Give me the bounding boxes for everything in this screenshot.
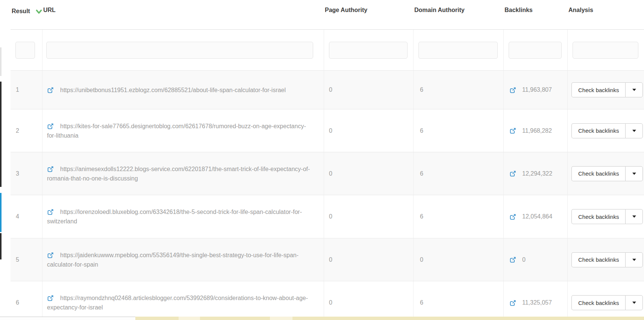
external-link-icon[interactable] xyxy=(509,299,517,306)
backlinks-count: 11,325,057 xyxy=(522,299,552,306)
result-number: 1 xyxy=(11,71,42,109)
result-number: 4 xyxy=(11,195,42,238)
check-backlinks-dropdown-button[interactable] xyxy=(625,123,643,138)
filter-cell-result xyxy=(11,30,42,70)
url-cell: https://lorenzoloedl.bluxeblog.com/63342… xyxy=(42,195,324,238)
column-header-backlinks[interactable]: Backlinks xyxy=(504,0,568,29)
check-backlinks-dropdown-button[interactable] xyxy=(625,166,643,181)
filter-row xyxy=(11,30,644,70)
check-backlinks-dropdown-button[interactable] xyxy=(625,209,643,224)
bottom-strip-white xyxy=(0,317,135,320)
analysis-cell: Check backlinks xyxy=(568,109,644,152)
backlinks-count: 12,294,322 xyxy=(522,170,552,177)
check-backlinks-dropdown-button[interactable] xyxy=(625,252,643,267)
external-link-icon[interactable] xyxy=(47,208,54,215)
column-header-page-authority[interactable]: Page Authority xyxy=(324,0,414,29)
check-backlinks-button: Check backlinks xyxy=(571,82,643,97)
page-edge-artifact-gray xyxy=(0,47,2,76)
external-link-icon[interactable] xyxy=(509,213,517,220)
domain-authority-cell: 6 xyxy=(414,71,504,109)
external-link-icon[interactable] xyxy=(47,252,54,259)
table-header-row: Result URL Page Authority Domain Authori… xyxy=(11,0,644,30)
filter-input-backlinks[interactable] xyxy=(509,42,562,59)
url-cell: https://kites-for-sale77665.designertobl… xyxy=(42,109,324,152)
table-row: 1 https://unibetbonus11951.ezblogz.com/6… xyxy=(11,70,644,109)
check-backlinks-button: Check backlinks xyxy=(571,209,643,224)
backlinks-count: 11,963,807 xyxy=(522,86,552,93)
external-link-icon[interactable] xyxy=(509,86,517,94)
filter-cell-analysis xyxy=(568,30,644,70)
backlinks-cell: 11,963,807 xyxy=(504,71,568,109)
filter-cell-domain-authority xyxy=(414,30,504,70)
analysis-cell: Check backlinks xyxy=(568,195,644,238)
bottom-page-artifact xyxy=(0,317,644,320)
page-authority-cell: 0 xyxy=(324,152,414,195)
chevron-down-icon xyxy=(36,9,42,14)
filter-input-domain-authority[interactable] xyxy=(418,42,498,59)
table-row: 4 https://lorenzoloedl.bluxeblog.com/633… xyxy=(11,195,644,238)
backlinks-cell: 12,294,322 xyxy=(504,152,568,195)
filter-input-page-authority[interactable] xyxy=(329,42,408,59)
external-link-icon[interactable] xyxy=(47,123,54,130)
check-backlinks-main-button[interactable]: Check backlinks xyxy=(571,252,625,267)
check-backlinks-main-button[interactable]: Check backlinks xyxy=(571,209,625,224)
domain-authority-cell: 0 xyxy=(414,238,504,281)
page-authority-cell: 0 xyxy=(324,195,414,238)
check-backlinks-main-button[interactable]: Check backlinks xyxy=(571,166,625,181)
column-header-analysis[interactable]: Analysis xyxy=(568,0,644,29)
external-link-icon[interactable] xyxy=(509,256,517,263)
external-link-icon[interactable] xyxy=(47,86,54,94)
filter-input-analysis[interactable] xyxy=(573,42,638,59)
check-backlinks-button: Check backlinks xyxy=(571,252,643,267)
url-cell: https://animesexdolls12222.blogs-service… xyxy=(42,152,324,195)
page-authority-cell: 0 xyxy=(324,71,414,109)
filter-cell-backlinks xyxy=(504,30,568,70)
check-backlinks-main-button[interactable]: Check backlinks xyxy=(571,123,625,138)
filter-input-url[interactable] xyxy=(46,42,313,59)
domain-authority-cell: 6 xyxy=(414,281,504,320)
check-backlinks-main-button[interactable]: Check backlinks xyxy=(571,295,625,310)
url-text: https://lorenzoloedl.bluxeblog.com/63342… xyxy=(47,209,302,224)
caret-down-icon xyxy=(632,89,636,91)
column-header-result[interactable]: Result xyxy=(11,0,42,16)
results-table: Result URL Page Authority Domain Authori… xyxy=(11,0,644,320)
check-backlinks-dropdown-button[interactable] xyxy=(625,295,643,310)
analysis-cell: Check backlinks xyxy=(568,71,644,109)
backlinks-cell: 0 xyxy=(504,238,568,281)
url-text: https://raymondzhnq02468.articlesblogger… xyxy=(47,295,308,311)
backlinks-cell: 11,968,282 xyxy=(504,109,568,152)
url-text: https://animesexdolls12222.blogs-service… xyxy=(47,166,310,182)
bottom-strip-highlight-gap xyxy=(270,317,292,320)
column-header-url[interactable]: URL xyxy=(42,0,324,29)
page-edge-artifact-dark-bottom xyxy=(0,233,2,259)
column-header-domain-authority[interactable]: Domain Authority xyxy=(414,0,504,29)
external-link-icon[interactable] xyxy=(47,294,54,302)
backlinks-cell: 12,054,864 xyxy=(504,195,568,238)
result-number: 6 xyxy=(11,281,42,320)
filter-input-result[interactable] xyxy=(15,42,35,59)
caret-down-icon xyxy=(632,259,636,261)
caret-down-icon xyxy=(632,215,636,218)
table-row: 3 https://animesexdolls12222.blogs-servi… xyxy=(11,152,644,195)
check-backlinks-button: Check backlinks xyxy=(571,123,643,138)
page-edge-artifact-blue xyxy=(0,193,2,232)
backlinks-count: 12,054,864 xyxy=(522,213,552,220)
result-number: 5 xyxy=(11,238,42,281)
bottom-strip-highlight-gap xyxy=(179,317,200,320)
check-backlinks-main-button[interactable]: Check backlinks xyxy=(571,82,625,97)
external-link-icon[interactable] xyxy=(47,165,54,173)
url-text: https://kites-for-sale77665.designertobl… xyxy=(47,123,306,139)
external-link-icon[interactable] xyxy=(509,170,517,177)
analysis-cell: Check backlinks xyxy=(568,152,644,195)
url-cell: https://raymondzhnq02468.articlesblogger… xyxy=(42,281,324,320)
url-text: https://jaidenkuwww.mpeblog.com/55356149… xyxy=(47,252,299,268)
result-number: 3 xyxy=(11,152,42,195)
url-cell: https://unibetbonus11951.ezblogz.com/628… xyxy=(42,71,324,109)
page-edge-artifact-dark-top xyxy=(0,82,2,187)
table-row: 5 https://jaidenkuwww.mpeblog.com/553561… xyxy=(11,238,644,281)
domain-authority-cell: 6 xyxy=(414,152,504,195)
external-link-icon[interactable] xyxy=(509,127,517,134)
caret-down-icon xyxy=(632,130,636,132)
check-backlinks-dropdown-button[interactable] xyxy=(625,82,643,97)
filter-cell-page-authority xyxy=(324,30,414,70)
